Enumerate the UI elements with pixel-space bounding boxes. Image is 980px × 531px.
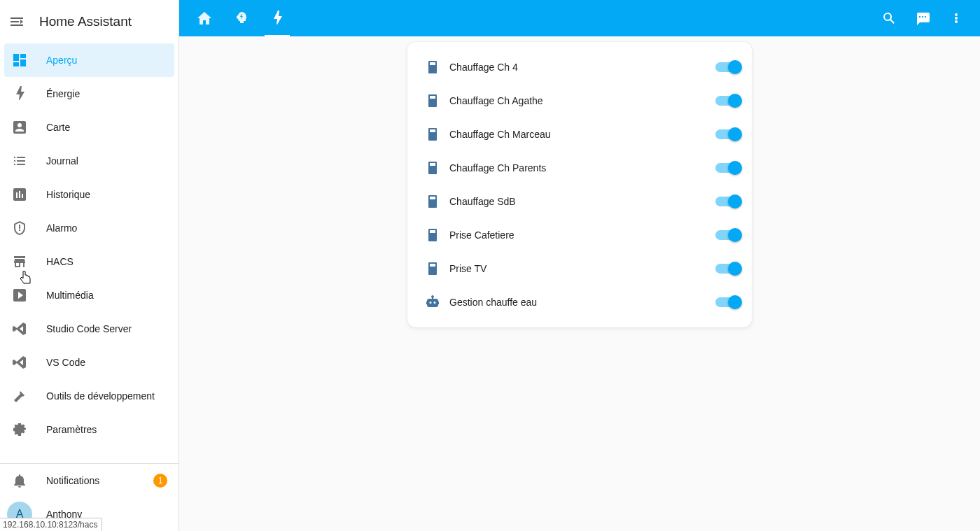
entity-row[interactable]: Chauffage Ch Parents [407,151,752,185]
sidebar-item-energie[interactable]: Énergie [4,77,174,111]
window-open-icon [419,187,447,215]
vscode-icon [11,320,28,337]
main-content: Chauffage Ch 4 Chauffage Ch Agathe Chauf… [179,36,980,531]
sidebar-item-carte[interactable]: Carte [4,111,174,144]
assist-icon [914,10,931,27]
window-open-icon [419,120,447,148]
entity-row[interactable]: Prise TV [407,252,752,285]
toggle-switch[interactable] [715,262,741,276]
search-icon [881,10,897,27]
hammer-icon [11,388,28,404]
sidebar-item-label: Outils de développement [46,390,167,402]
list-icon [11,153,28,169]
entity-label: Chauffage SdB [447,196,715,207]
store-icon [11,253,28,270]
entity-row[interactable]: Chauffage Ch Agathe [407,84,752,118]
toggle-switch[interactable] [715,228,741,242]
account-box-icon [11,119,28,136]
chart-icon [11,186,28,203]
entity-label: Chauffage Ch Parents [447,162,715,174]
search-button[interactable] [872,1,906,35]
toggle-switch[interactable] [715,60,741,74]
tab-home[interactable] [186,0,223,36]
play-box-icon [11,287,28,304]
sidebar-item-parametres[interactable]: Paramètres [4,413,174,446]
entity-label: Prise TV [447,263,715,274]
window-open-icon [419,87,447,115]
sidebar-item-multimedia[interactable]: Multimédia [4,278,174,312]
toggle-switch[interactable] [715,127,741,141]
sidebar-header: Home Assistant [0,0,178,43]
tab-flash[interactable] [259,0,295,36]
sidebar-collapse-button[interactable] [8,13,25,30]
sidebar-item-notifications[interactable]: Notifications 1 [4,464,174,497]
toggle-switch[interactable] [715,295,741,309]
flash-icon [11,85,28,102]
entity-row[interactable]: Gestion chauffe eau [407,285,752,319]
sidebar-item-label: Énergie [46,88,167,99]
sidebar: Home Assistant Aperçu Énergie Carte Jour… [0,0,179,531]
entities-card: Chauffage Ch 4 Chauffage Ch Agathe Chauf… [407,42,752,327]
entity-row[interactable]: Chauffage Ch 4 [407,50,752,84]
sidebar-item-label: Aperçu [46,55,167,66]
sidebar-item-vscode[interactable]: VS Code [4,346,174,379]
window-open-icon [419,53,447,81]
entity-row[interactable]: Chauffage Ch Marceau [407,118,752,151]
home-icon [196,10,213,27]
entity-label: Prise Cafetiere [447,229,715,241]
sidebar-item-label: Historique [46,189,167,200]
sidebar-item-label: VS Code [46,357,167,368]
sidebar-item-journal[interactable]: Journal [4,144,174,178]
toggle-switch[interactable] [715,94,741,108]
sidebar-item-label: Multimédia [46,290,167,301]
app-title: Home Assistant [39,14,132,29]
status-bar-url: 192.168.10.10:8123/hacs [0,518,102,531]
entity-label: Chauffage Ch Agathe [447,95,715,106]
sidebar-item-hacs[interactable]: HACS [4,245,174,278]
dots-vertical-icon [948,10,965,27]
sidebar-item-label: Carte [46,122,167,133]
sidebar-item-dev-tools[interactable]: Outils de développement [4,379,174,413]
robot-icon [419,288,447,316]
sidebar-item-label: Studio Code Server [46,323,167,334]
menu-collapse-icon [8,13,25,30]
sidebar-item-label: Notifications [46,475,153,486]
sidebar-item-historique[interactable]: Historique [4,178,174,211]
bell-icon [11,472,28,489]
window-open-icon [419,154,447,182]
window-open-icon [419,255,447,283]
dashboard-icon [11,52,28,69]
entity-label: Gestion chauffe eau [447,297,715,308]
sidebar-item-label: HACS [46,256,167,267]
overflow-menu-button[interactable] [939,1,973,35]
flash-icon [269,10,286,27]
toggle-switch[interactable] [715,194,741,208]
entity-row[interactable]: Prise Cafetiere [407,218,752,252]
entity-label: Chauffage Ch Marceau [447,129,715,140]
notification-count-badge: 1 [153,474,167,488]
toggle-switch[interactable] [715,161,741,175]
cog-icon [11,421,28,438]
sidebar-item-alarmo[interactable]: Alarmo [4,211,174,245]
sidebar-item-studio-code-server[interactable]: Studio Code Server [4,312,174,346]
sidebar-item-apercu[interactable]: Aperçu [4,43,174,77]
sidebar-item-label: Alarmo [46,222,167,234]
assist-button[interactable] [906,1,939,35]
entity-label: Chauffage Ch 4 [447,62,715,73]
sidebar-item-label: Paramètres [46,424,167,435]
entity-row[interactable]: Chauffage SdB [407,185,752,218]
sidebar-nav: Aperçu Énergie Carte Journal Historique … [0,43,178,463]
window-open-icon [419,221,447,249]
top-header [179,0,980,36]
vscode-icon [11,354,28,371]
head-bulb-icon [232,10,249,27]
tab-head-bulb[interactable] [223,0,259,36]
sidebar-item-label: Journal [46,155,167,167]
shield-icon [11,220,28,236]
